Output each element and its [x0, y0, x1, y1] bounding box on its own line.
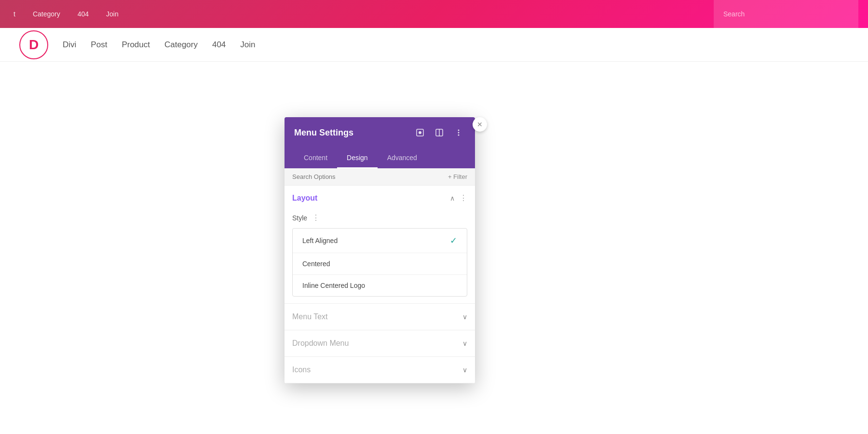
panel-split-btn[interactable]: [433, 126, 446, 139]
admin-bar-item-category[interactable]: Category: [29, 8, 64, 20]
check-icon: ✓: [450, 235, 457, 246]
section-dropdown-menu-header[interactable]: Dropdown Menu ∨: [292, 330, 467, 356]
dropdown-item-centered[interactable]: Centered: [293, 253, 467, 275]
tab-advanced[interactable]: Advanced: [378, 148, 427, 168]
filter-button[interactable]: + Filter: [448, 173, 467, 180]
admin-bar-item-join[interactable]: Join: [102, 8, 122, 20]
site-nav-divi[interactable]: Divi: [63, 40, 76, 50]
tab-content[interactable]: Content: [294, 148, 337, 168]
search-options-input[interactable]: [292, 173, 448, 180]
section-menu-text: Menu Text ∨: [285, 304, 475, 330]
dropdown-menu-chevron-icon: ∨: [462, 339, 467, 347]
menu-text-chevron-icon: ∨: [462, 313, 467, 321]
site-nav-404[interactable]: 404: [212, 40, 226, 50]
section-layout-title: Layout: [292, 194, 317, 203]
admin-bar-left: t Category 404 Join: [10, 8, 122, 20]
dropdown-item-label: Left Aligned: [302, 237, 338, 244]
section-icons: Icons ∨: [285, 357, 475, 383]
icons-chevron-icon: ∨: [462, 366, 467, 374]
panel-header: Menu Settings: [285, 117, 475, 148]
site-nav-product[interactable]: Product: [122, 40, 150, 50]
admin-bar-item-404[interactable]: 404: [74, 8, 93, 20]
page-content: D Divi Post Product Category 404 Join Me…: [0, 28, 868, 434]
tab-design[interactable]: Design: [337, 148, 378, 168]
section-dropdown-menu: Dropdown Menu ∨: [285, 330, 475, 357]
style-dropdown: Left Aligned ✓ Centered Inline Centered …: [292, 228, 467, 297]
svg-point-4: [458, 130, 460, 131]
site-nav: D Divi Post Product Category 404 Join: [0, 28, 868, 62]
dropdown-item-label: Centered: [302, 260, 330, 268]
style-dots-icon[interactable]: ⋮: [312, 213, 320, 222]
svg-point-6: [458, 135, 460, 136]
section-menu-text-header[interactable]: Menu Text ∨: [292, 304, 467, 330]
site-nav-items: Divi Post Product Category 404 Join: [63, 40, 256, 50]
section-icons-header[interactable]: Icons ∨: [292, 357, 467, 383]
svg-point-1: [419, 131, 421, 134]
site-nav-post[interactable]: Post: [91, 40, 107, 50]
section-menu-text-title: Menu Text: [292, 312, 328, 321]
settings-panel: Menu Settings: [285, 117, 475, 383]
section-dropdown-menu-title: Dropdown Menu: [292, 339, 349, 348]
dropdown-item-left-aligned[interactable]: Left Aligned ✓: [293, 229, 467, 253]
section-layout: Layout ∧ ⋮ Style ⋮ Left Aligned ✓: [285, 186, 475, 304]
site-nav-category[interactable]: Category: [164, 40, 198, 50]
admin-bar-item-t[interactable]: t: [10, 8, 19, 20]
style-label: Style: [292, 214, 307, 222]
panel-title: Menu Settings: [294, 128, 353, 138]
panel-tabs: Content Design Advanced: [285, 148, 475, 168]
panel-header-actions: [413, 126, 465, 139]
admin-bar: t Category 404 Join: [0, 0, 868, 28]
panel-body: + Filter Layout ∧ ⋮ Style ⋮: [285, 168, 475, 383]
site-logo[interactable]: D: [19, 30, 48, 59]
section-layout-actions: ∧ ⋮: [450, 193, 467, 203]
layout-dots-icon[interactable]: ⋮: [460, 193, 467, 203]
site-nav-join[interactable]: Join: [240, 40, 255, 50]
dropdown-item-inline-centered[interactable]: Inline Centered Logo: [293, 275, 467, 296]
panel-expand-btn[interactable]: [413, 126, 427, 139]
close-icon: ✕: [477, 121, 483, 128]
section-icons-title: Icons: [292, 366, 311, 374]
dropdown-item-label: Inline Centered Logo: [302, 282, 365, 289]
search-options-bar: + Filter: [285, 168, 475, 186]
section-layout-header[interactable]: Layout ∧ ⋮: [292, 186, 467, 210]
admin-bar-search-input[interactable]: [714, 0, 858, 28]
style-row: Style ⋮: [292, 210, 467, 228]
layout-chevron-up-icon: ∧: [450, 194, 455, 202]
panel-more-btn[interactable]: [452, 126, 465, 139]
panel-close-button[interactable]: ✕: [473, 117, 487, 132]
svg-point-5: [458, 132, 460, 134]
